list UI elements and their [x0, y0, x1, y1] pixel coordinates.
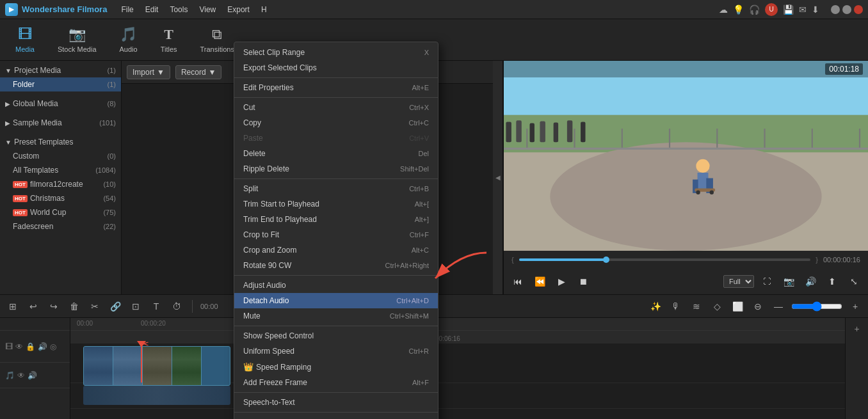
menu-file[interactable]: File [116, 4, 138, 15]
menu-edit[interactable]: Edit [140, 4, 164, 15]
sidebar-custom-count: (0) [108, 152, 116, 160]
ctx-crop-and-zoom[interactable]: Crop and Zoom Alt+C [234, 242, 438, 258]
lightbulb-icon[interactable]: 💡 [733, 4, 744, 15]
zoom-slider[interactable] [791, 301, 842, 312]
add-track-button[interactable]: + [849, 320, 865, 337]
sidebar-item-sample-media[interactable]: ▶ Sample Media (101) [0, 116, 121, 130]
step-back-button[interactable]: ⏪ [531, 273, 549, 290]
headset-icon[interactable]: 🎧 [749, 4, 760, 15]
ctx-rotate-90[interactable]: Rotate 90 CW Ctrl+Alt+Right [234, 258, 438, 273]
motion-button[interactable]: ≋ [689, 299, 704, 314]
export-icon[interactable]: ⬆ [823, 273, 841, 290]
ctx-crop-to-fit[interactable]: Crop to Fit Ctrl+F [234, 227, 438, 242]
stabilize-button[interactable]: ⊖ [750, 299, 766, 314]
toolbar-transitions[interactable]: ⧉ Transitions [195, 24, 239, 56]
sidebar-item-world-cup[interactable]: HOT World Cup (75) [0, 205, 121, 219]
undo-button[interactable]: ↩ [26, 299, 41, 314]
volume-track-icon[interactable]: 🔊 [38, 342, 47, 351]
stop-button[interactable]: ⏹ [574, 273, 592, 290]
ctx-add-freeze-frame[interactable]: Add Freeze Frame Alt+F [234, 375, 438, 390]
menu-help[interactable]: H [256, 4, 272, 15]
zoom-in-button[interactable]: + [848, 299, 863, 314]
mail-icon[interactable]: ✉ [799, 4, 807, 15]
ctx-uniform-speed[interactable]: Uniform Speed Ctrl+R [234, 344, 438, 359]
delete-clip-button[interactable]: 🗑 [67, 299, 82, 314]
ai-tool-button[interactable]: ✨ [648, 299, 663, 314]
cloud-icon[interactable]: ☁ [719, 4, 728, 15]
link-button[interactable]: 🔗 [108, 299, 123, 314]
toolbar-stock-media[interactable]: 📷 Stock Media [52, 24, 102, 56]
text-button[interactable]: T [149, 299, 164, 314]
ctx-show-speed-control[interactable]: Show Speed Control [234, 328, 438, 344]
ctx-export-selected-clips[interactable]: Export Selected Clips [234, 60, 438, 75]
sidebar-item-fadescreen[interactable]: Fadescreen (22) [0, 219, 121, 233]
ctx-detach-audio[interactable]: Detach Audio Ctrl+Alt+D [234, 293, 438, 308]
sidebar-item-folder[interactable]: Folder (1) [0, 77, 121, 91]
ctx-trim-end[interactable]: Trim End to Playhead Alt+] [234, 212, 438, 227]
speed-button[interactable]: ⏱ [169, 299, 184, 314]
timeline-time-start: 00:00 [200, 303, 218, 310]
toolbar-audio[interactable]: 🎵 Audio [115, 24, 143, 56]
avatar[interactable]: U [765, 3, 778, 16]
ctx-edit-properties[interactable]: Edit Properties Alt+E [234, 80, 438, 95]
record-button[interactable]: Record ▼ [175, 65, 222, 79]
audio-eye-icon[interactable]: 👁 [17, 371, 25, 380]
toolbar-titles[interactable]: T Titles [156, 24, 182, 56]
ctx-trim-start[interactable]: Trim Start to Playhead Alt+[ [234, 196, 438, 212]
ctx-delete[interactable]: Delete Del [234, 146, 438, 161]
sidebar-item-filmora12create[interactable]: HOT filmora12create (10) [0, 177, 121, 191]
menu-view[interactable]: View [194, 4, 221, 15]
ctx-copy[interactable]: Copy Ctrl+C [234, 115, 438, 130]
mask-button[interactable]: ⬜ [730, 299, 745, 314]
menu-export[interactable]: Export [222, 4, 255, 15]
ctx-split[interactable]: Split Ctrl+B [234, 181, 438, 196]
sidebar-item-preset-templates[interactable]: ▼ Preset Templates [0, 135, 121, 149]
mic-button[interactable]: 🎙 [668, 299, 684, 314]
ctx-speech-to-text[interactable]: Speech-to-Text [234, 395, 438, 410]
cut-tool-button[interactable]: ✂ [87, 299, 102, 314]
bracket-right: } [816, 256, 818, 264]
menu-tools[interactable]: Tools [165, 4, 193, 15]
ctx-color-correction[interactable]: Color Correction Ctrl+Shift+C [234, 415, 438, 419]
toolbar-media[interactable]: 🎞 Media [10, 24, 40, 56]
track-eye-icon[interactable]: ◎ [50, 342, 56, 351]
audio-volume-icon[interactable]: 🔊 [28, 371, 37, 380]
import-button[interactable]: Import ▼ [127, 65, 170, 79]
eye-icon[interactable]: 👁 [15, 342, 23, 351]
volume-icon[interactable]: 🔊 [801, 273, 819, 290]
sidebar-item-custom[interactable]: Custom (0) [0, 149, 121, 163]
ctx-mute[interactable]: Mute Ctrl+Shift+M [234, 308, 438, 324]
sidebar-toggle[interactable]: ◀ [493, 61, 503, 294]
ctx-ripple-delete[interactable]: Ripple Delete Shift+Del [234, 161, 438, 177]
skip-back-button[interactable]: ⏮ [509, 273, 527, 290]
snap-button[interactable]: ⊞ [5, 299, 20, 314]
ctx-adjust-audio[interactable]: Adjust Audio [234, 278, 438, 293]
zoom-out-button[interactable]: — [771, 299, 786, 314]
fullscreen-icon[interactable]: ⛶ [758, 273, 776, 290]
crop-tool-button[interactable]: ⊡ [128, 299, 143, 314]
video-clip[interactable] [83, 346, 230, 386]
screenshot-icon[interactable]: 📷 [780, 273, 798, 290]
download-icon[interactable]: ⬇ [812, 4, 819, 15]
lock-icon[interactable]: 🔒 [26, 342, 35, 351]
progress-bar[interactable] [519, 258, 811, 261]
timeline-ruler[interactable]: 00:00 00:00:20 [70, 318, 845, 331]
maximize-button[interactable]: □ [842, 5, 851, 14]
quality-select[interactable]: Full [723, 275, 754, 288]
ctx-cut[interactable]: Cut Ctrl+X [234, 100, 438, 115]
play-button[interactable]: ▶ [552, 273, 570, 290]
redo-button[interactable]: ↪ [46, 299, 61, 314]
close-button[interactable]: ✕ [854, 5, 863, 14]
sidebar-item-project-media[interactable]: ▼ Project Media (1) [0, 63, 121, 77]
ctx-select-clip-range[interactable]: Select Clip Range X [234, 45, 438, 60]
sidebar-item-global-media[interactable]: ▶ Global Media (8) [0, 97, 121, 111]
ctx-split-label: Split [243, 184, 258, 193]
ctx-speed-ramping[interactable]: 👑 Speed Ramping [234, 359, 438, 375]
sidebar-item-christmas[interactable]: HOT Christmas (54) [0, 191, 121, 205]
minimize-button[interactable]: — [831, 5, 840, 14]
sidebar-item-all-templates[interactable]: All Templates (1084) [0, 163, 121, 177]
expand-icon[interactable]: ⤡ [845, 273, 863, 290]
progress-thumb[interactable] [603, 257, 609, 263]
save-icon[interactable]: 💾 [783, 4, 794, 15]
keyframe-button[interactable]: ◇ [709, 299, 725, 314]
